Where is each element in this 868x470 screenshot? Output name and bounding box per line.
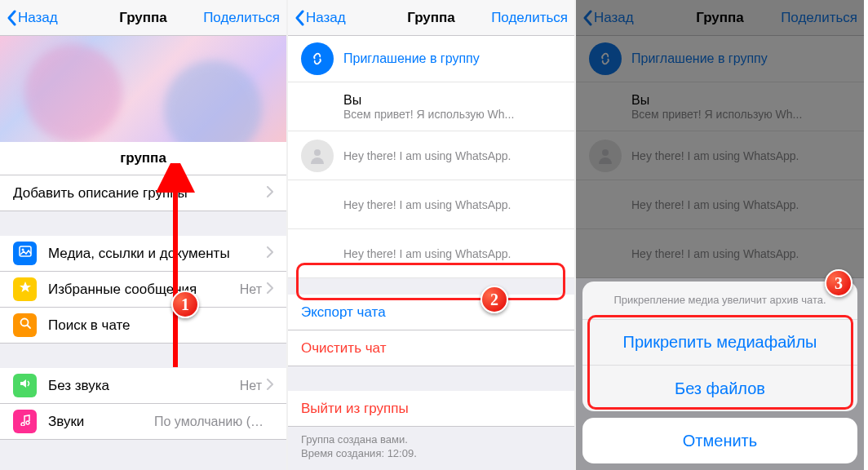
sheet-options-group: Прикрепление медиа увеличит архив чата. … bbox=[582, 282, 857, 411]
avatar-icon bbox=[301, 140, 334, 172]
attach-media-label: Прикрепить медиафайлы bbox=[623, 333, 817, 352]
chevron-right-icon bbox=[267, 378, 273, 394]
link-icon bbox=[301, 42, 334, 75]
export-chat-label: Экспорт чата bbox=[301, 304, 386, 321]
favorites-label: Избранные сообщения bbox=[48, 282, 240, 298]
share-button[interactable]: Поделиться bbox=[491, 10, 568, 26]
chevron-left-icon bbox=[7, 10, 16, 26]
add-description-row[interactable]: Добавить описание группы bbox=[0, 175, 286, 211]
cancel-label: Отменить bbox=[683, 432, 757, 450]
add-description-label: Добавить описание группы bbox=[13, 185, 267, 202]
media-row[interactable]: Медиа, ссылки и документы bbox=[0, 236, 286, 272]
nav-bar: Назад Группа Поделиться bbox=[288, 0, 574, 36]
sounds-row[interactable]: Звуки По умолчанию (Нот... bbox=[0, 404, 286, 440]
screen-2-group-actions: Назад Группа Поделиться Приглашение в гр… bbox=[288, 0, 576, 470]
mute-label: Без звука bbox=[48, 378, 240, 394]
share-button[interactable]: Поделиться bbox=[203, 10, 280, 26]
chevron-left-icon bbox=[294, 10, 304, 26]
participant-row[interactable]: Hey there! I am using WhatsApp. bbox=[288, 180, 574, 229]
cancel-button[interactable]: Отменить bbox=[582, 418, 857, 463]
favorites-row[interactable]: Избранные сообщения Нет bbox=[0, 272, 286, 308]
leave-group-label: Выйти из группы bbox=[301, 401, 409, 417]
leave-group-button[interactable]: Выйти из группы bbox=[288, 391, 574, 427]
search-label: Поиск в чате bbox=[48, 317, 273, 334]
clear-chat-label: Очистить чат bbox=[301, 340, 386, 357]
sounds-value: По умолчанию (Нот... bbox=[154, 415, 268, 429]
sounds-label: Звуки bbox=[48, 414, 154, 430]
back-label: Назад bbox=[306, 10, 346, 26]
footer-line1: Группа создана вами. bbox=[301, 433, 561, 447]
chevron-right-icon bbox=[267, 185, 273, 202]
chevron-right-icon bbox=[267, 282, 273, 298]
back-button[interactable]: Назад bbox=[294, 10, 346, 26]
favorites-value: Нет bbox=[240, 282, 262, 297]
star-icon bbox=[13, 277, 37, 301]
participant-status: Hey there! I am using WhatsApp. bbox=[343, 247, 561, 260]
media-label: Медиа, ссылки и документы bbox=[48, 246, 267, 262]
group-name-label: группа bbox=[0, 142, 286, 175]
back-label: Назад bbox=[18, 10, 58, 26]
clear-chat-button[interactable]: Очистить чат bbox=[288, 330, 574, 366]
screen-1-group-info: Назад Группа Поделиться группа Добавить … bbox=[0, 0, 288, 470]
group-header-image[interactable] bbox=[0, 36, 286, 142]
participant-status: Hey there! I am using WhatsApp. bbox=[343, 149, 561, 162]
participant-name: Вы bbox=[343, 93, 561, 108]
without-files-label: Без файлов bbox=[675, 379, 765, 398]
mute-row[interactable]: Без звука Нет bbox=[0, 368, 286, 404]
invite-link-row[interactable]: Приглашение в группу bbox=[288, 36, 574, 82]
nav-bar: Назад Группа Поделиться bbox=[0, 0, 286, 36]
invite-label: Приглашение в группу bbox=[343, 51, 561, 66]
search-icon bbox=[13, 313, 37, 337]
without-files-button[interactable]: Без файлов bbox=[582, 366, 857, 411]
participant-status: Hey there! I am using WhatsApp. bbox=[343, 198, 561, 211]
export-chat-button[interactable]: Экспорт чата bbox=[288, 295, 574, 330]
participant-you[interactable]: Вы Всем привет! Я использую Wh... bbox=[288, 82, 574, 131]
speaker-icon bbox=[13, 374, 37, 397]
media-icon bbox=[13, 242, 37, 265]
participant-row[interactable]: Hey there! I am using WhatsApp. bbox=[288, 229, 574, 278]
footer-note: Группа создана вами. Время создания: 12:… bbox=[288, 427, 574, 468]
sheet-note: Прикрепление медиа увеличит архив чата. bbox=[582, 282, 857, 320]
search-row[interactable]: Поиск в чате bbox=[0, 308, 286, 344]
chevron-right-icon bbox=[267, 246, 273, 262]
participant-row[interactable]: Hey there! I am using WhatsApp. bbox=[288, 131, 574, 180]
back-button[interactable]: Назад bbox=[7, 10, 58, 26]
screen-3-action-sheet: Назад Группа Поделиться Приглашение в гр… bbox=[576, 0, 864, 470]
music-icon bbox=[13, 410, 37, 433]
footer-line2: Время создания: 12:09. bbox=[301, 447, 561, 461]
svg-point-4 bbox=[314, 149, 321, 156]
participant-status: Всем привет! Я использую Wh... bbox=[343, 108, 561, 121]
mute-value: Нет bbox=[240, 379, 262, 393]
action-sheet: Прикрепление медиа увеличит архив чата. … bbox=[582, 282, 857, 463]
attach-media-button[interactable]: Прикрепить медиафайлы bbox=[582, 320, 857, 366]
